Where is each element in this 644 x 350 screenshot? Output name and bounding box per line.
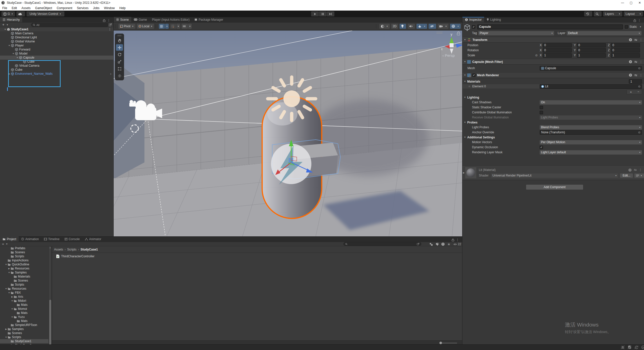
layers-dropdown[interactable]: Layers▼ — [603, 11, 622, 16]
grid-snapping-dropdown[interactable]: ▼ — [165, 24, 169, 29]
help-icon[interactable]: ? — [629, 73, 632, 77]
cast-shadows-dropdown[interactable]: On▼ — [540, 100, 642, 105]
grid-snapping-button[interactable] — [159, 24, 165, 29]
project-folder-midori-13[interactable]: ▼Midori — [0, 299, 48, 303]
menu-assets[interactable]: Assets — [19, 6, 33, 10]
tab-scene[interactable]: Scene — [114, 17, 131, 22]
search-button[interactable] — [594, 11, 602, 16]
minimize-button[interactable]: — — [618, 0, 627, 6]
filter-label-icon[interactable] — [435, 243, 439, 246]
lock-icon[interactable] — [103, 19, 106, 22]
open-new-window-icon[interactable] — [109, 23, 112, 27]
hand-tool-button[interactable] — [116, 37, 123, 44]
add-material-button[interactable]: ＋ — [627, 90, 635, 94]
hierarchy-item-directional-light[interactable]: Directional Light — [0, 35, 113, 39]
create-add-button[interactable]: ＋▼ — [2, 22, 8, 27]
tab-game[interactable]: Game — [131, 17, 150, 22]
drag-handle-icon[interactable]: = — [468, 85, 470, 88]
foldout-right-icon[interactable]: ▶ — [8, 267, 11, 270]
prefab-open-chevron[interactable]: › — [110, 72, 111, 76]
help-icon[interactable]: ? — [629, 60, 632, 63]
foldout-down-icon[interactable]: ▼ — [11, 308, 14, 310]
foldout-down-icon[interactable]: ▼ — [5, 263, 8, 266]
layer-dropdown[interactable]: Default▼ — [567, 31, 641, 35]
tab-project[interactable]: Project — [0, 236, 19, 242]
hierarchy-item-cube[interactable]: Cube — [0, 60, 113, 64]
foldout-down-icon[interactable]: ▼ — [5, 336, 8, 338]
favorites-star-icon[interactable]: ★ — [447, 242, 451, 246]
project-folder-yuzu-17[interactable]: ▼Yuzu — [0, 315, 48, 319]
material-list-dropdown[interactable]: ▼ — [634, 173, 644, 178]
scene-visibility-toggle[interactable] — [429, 24, 436, 29]
maximize-button[interactable]: ▢ — [627, 0, 635, 6]
mesh-object-field[interactable]: Capsule⊙ — [540, 66, 642, 70]
scale-y-field[interactable]: 1 — [577, 53, 606, 58]
undo-history-button[interactable] — [584, 11, 592, 16]
asset-item-script[interactable]: # ThirdCharacterController — [52, 254, 462, 259]
tab-console[interactable]: Console — [62, 236, 82, 242]
rect-tool-button[interactable] — [116, 65, 123, 72]
anchor-override-object-field[interactable]: None (Transform)⊙ — [540, 130, 642, 135]
menu-edit[interactable]: Edit — [9, 6, 19, 10]
rotation-z-field[interactable]: 0 — [611, 48, 640, 53]
project-folder-momoi-15[interactable]: ▼Momoi — [0, 307, 48, 311]
project-folder-scripts-22[interactable]: ▼Scripts — [0, 335, 48, 339]
hidden-packages-icon[interactable] — [441, 242, 445, 246]
position-y-field[interactable]: 0 — [577, 43, 606, 47]
menu-jobs[interactable]: Jobs — [91, 6, 102, 10]
foldout-right-icon[interactable]: ▶ — [5, 328, 8, 330]
breadcrumb-assets[interactable]: Assets — [54, 248, 63, 251]
foldout-down-icon[interactable]: ▼ — [8, 271, 11, 274]
foldout-down-icon[interactable]: ▼ — [12, 53, 15, 55]
menu-help[interactable]: Help — [117, 6, 128, 10]
menu-gameobject[interactable]: GameObject — [33, 6, 54, 10]
project-folder-resources-5[interactable]: ▶Resources — [0, 266, 48, 270]
palette-drag-handle[interactable] — [115, 35, 124, 37]
pivot-toggle[interactable]: Pivot▼ — [118, 24, 135, 29]
foldout-right-icon[interactable]: ▶ — [8, 73, 11, 75]
project-folder-materials-7[interactable]: Materials — [0, 274, 48, 279]
static-dropdown-icon[interactable]: ▼ — [639, 26, 641, 28]
tab-inspector[interactable]: Inspector — [462, 17, 484, 22]
scrollbar-thumb[interactable] — [49, 300, 51, 345]
section-lighting[interactable]: ▼Lighting — [462, 95, 644, 100]
tab-animation[interactable]: Animation — [19, 236, 41, 242]
tab-package-manager[interactable]: Package Manager — [192, 17, 226, 22]
hierarchy-item-capsule[interactable]: ▼Capsule — [0, 56, 113, 60]
persp-label[interactable]: ‹ Persp — [442, 53, 455, 58]
play-button[interactable] — [311, 11, 319, 16]
hierarchy-item-main-camera[interactable]: Main Camera — [0, 31, 113, 35]
close-button[interactable]: ✕ — [635, 0, 644, 6]
presets-icon[interactable] — [634, 38, 637, 41]
project-folder-studycase1-23[interactable]: StudyCase1 — [0, 339, 48, 343]
project-folder-scenes-21[interactable]: Scenes — [0, 331, 48, 335]
panel-menu-icon[interactable]: ⋮ — [106, 18, 112, 22]
project-folder-scenes-1[interactable]: Scenes — [0, 250, 48, 254]
item-menu-icon[interactable]: ⋮ — [108, 28, 111, 31]
scale-x-field[interactable]: 1 — [543, 53, 572, 58]
menu-file[interactable]: File — [0, 6, 9, 10]
project-folder-mats-16[interactable]: Mats — [0, 311, 48, 315]
materials-size-field[interactable]: 1 — [629, 79, 642, 84]
hierarchy-item-global-volume[interactable]: Global Volume — [0, 39, 113, 43]
material-preview-header[interactable]: ▶ Lit (Material) ? ⋮ Shader Universal Re… — [462, 165, 644, 180]
status-check-icon[interactable] — [641, 345, 644, 349]
hierarchy-item-forward[interactable]: Forward — [0, 47, 113, 52]
presets-icon[interactable] — [634, 60, 637, 63]
object-picker-icon[interactable]: ⊙ — [638, 67, 640, 70]
tab-hierarchy[interactable]: Hierarchy — [0, 17, 22, 22]
increment-snap-button[interactable] — [170, 24, 176, 29]
refresh-disabled-icon[interactable] — [634, 345, 638, 349]
foldout-down-icon[interactable]: ▼ — [11, 300, 14, 302]
remove-material-button[interactable]: − — [635, 90, 642, 94]
create-asset-button[interactable]: ＋▼ — [2, 242, 8, 246]
open-search-window-icon[interactable] — [417, 243, 419, 245]
add-component-button[interactable]: Add Component — [526, 184, 583, 190]
component-menu-icon[interactable]: ⋮ — [639, 38, 642, 42]
hierarchy-search-input[interactable]: All — [31, 23, 109, 27]
transform-component-header[interactable]: ▼ Transform ? ⋮ — [462, 37, 644, 43]
visibility-count[interactable]: 22 — [453, 242, 461, 246]
contribute-global-illumination-checkbox[interactable] — [540, 111, 543, 114]
scene-lighting-toggle[interactable] — [400, 24, 406, 29]
object-picker-icon[interactable]: ⊙ — [638, 131, 640, 134]
